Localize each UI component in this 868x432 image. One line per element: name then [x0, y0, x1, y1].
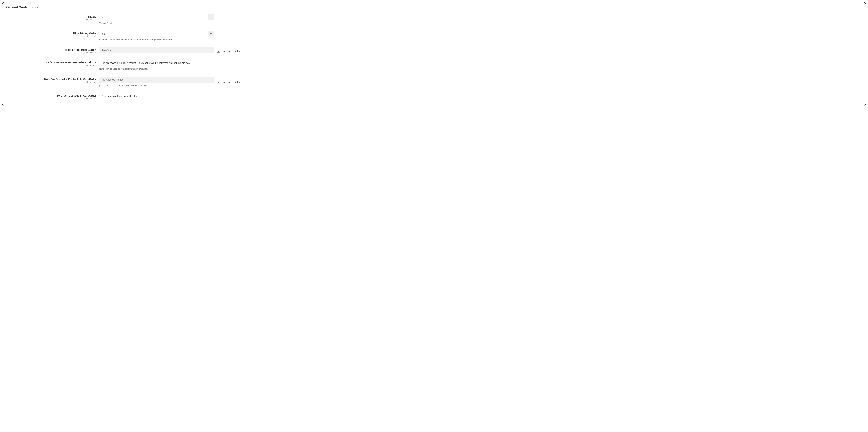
- default-message-helper: {date} can be used as Avalability Date o…: [99, 67, 214, 71]
- field-label-col: Text For Pre-order Button [store view]: [6, 47, 96, 54]
- cart-note-label: Note For Pre-order Products In Cart/Orde…: [44, 78, 96, 81]
- field-extra-col: Use system value: [217, 47, 862, 54]
- field-control-col: [99, 47, 214, 54]
- enable-select-value[interactable]: Yes: [99, 14, 214, 20]
- allow-mixing-select-value[interactable]: Yes: [99, 31, 214, 37]
- scope-label: [store view]: [6, 35, 96, 37]
- field-allow-mixing: Allow Mixing Order [store view] Yes Choo…: [6, 31, 862, 41]
- use-system-value-checkbox[interactable]: [217, 50, 220, 53]
- field-cart-message: Pre-Order Message In Cart/Order [store v…: [6, 93, 862, 100]
- field-label-col: Allow Mixing Order [store view]: [6, 31, 96, 41]
- use-system-value-checkbox[interactable]: [217, 81, 220, 84]
- field-control-col: [99, 93, 214, 100]
- enable-helper: Version 1.0.0: [99, 22, 214, 25]
- button-text-label: Text For Pre-order Button: [65, 48, 96, 51]
- scope-label: [store view]: [6, 52, 96, 54]
- field-extra-col: [217, 60, 862, 71]
- general-configuration-panel: General Configuration Enable [store view…: [2, 2, 866, 106]
- field-label-col: Default Message For Pre-order Products […: [6, 60, 96, 71]
- scope-label: [store view]: [6, 97, 96, 100]
- field-extra-col: [217, 31, 862, 41]
- allow-mixing-helper: Choose "Yes" to allow adding both regula…: [99, 38, 214, 41]
- use-system-value-label: Use system value: [221, 81, 241, 84]
- cart-note-helper: {date} can be used as Avalability Date o…: [99, 84, 214, 87]
- field-control-col: Yes Version 1.0.0: [99, 14, 214, 25]
- field-control-col: {date} can be used as Avalability Date o…: [99, 76, 214, 87]
- field-label-col: Pre-Order Message In Cart/Order [store v…: [6, 93, 96, 100]
- field-cart-note: Note For Pre-order Products In Cart/Orde…: [6, 76, 862, 87]
- cart-message-label: Pre-Order Message In Cart/Order: [56, 94, 96, 97]
- cart-message-input[interactable]: [99, 93, 214, 99]
- field-default-message: Default Message For Pre-order Products […: [6, 60, 862, 71]
- field-extra-col: Use system value: [217, 76, 862, 87]
- field-button-text: Text For Pre-order Button [store view] U…: [6, 47, 862, 54]
- button-text-input: [99, 47, 214, 54]
- allow-mixing-select[interactable]: Yes: [99, 31, 214, 37]
- default-message-input[interactable]: [99, 60, 214, 66]
- scope-label: [store view]: [6, 64, 96, 67]
- default-message-label: Default Message For Pre-order Products: [46, 61, 96, 64]
- enable-label: Enable: [88, 15, 96, 18]
- cart-note-input: [99, 76, 214, 83]
- use-system-value-label: Use system value: [221, 50, 241, 53]
- field-control-col: {date} can be used as Avalability Date o…: [99, 60, 214, 71]
- section-title: General Configuration: [6, 5, 862, 9]
- field-extra-col: [217, 14, 862, 25]
- field-label-col: Note For Pre-order Products In Cart/Orde…: [6, 76, 96, 87]
- field-label-col: Enable [store view]: [6, 14, 96, 25]
- scope-label: [store view]: [6, 19, 96, 21]
- field-extra-col: [217, 93, 862, 100]
- allow-mixing-label: Allow Mixing Order: [72, 32, 96, 35]
- field-control-col: Yes Choose "Yes" to allow adding both re…: [99, 31, 214, 41]
- field-enable: Enable [store view] Yes Version 1.0.0: [6, 14, 862, 25]
- scope-label: [store view]: [6, 81, 96, 83]
- enable-select[interactable]: Yes: [99, 14, 214, 20]
